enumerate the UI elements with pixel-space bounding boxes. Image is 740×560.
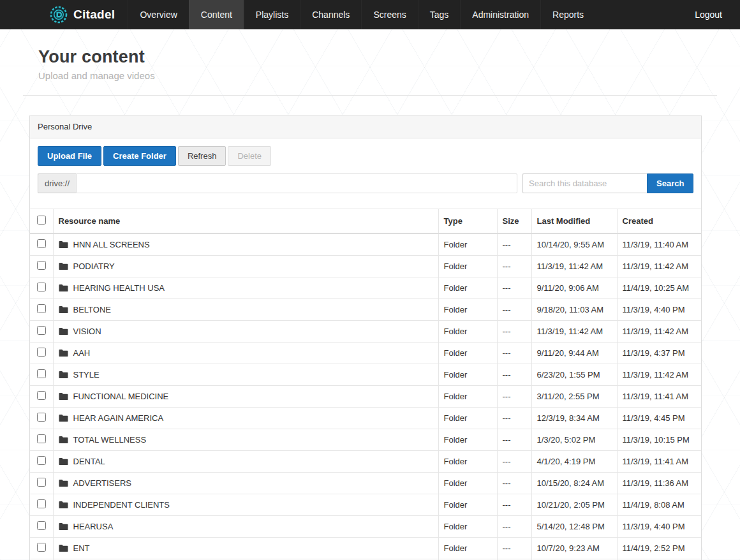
- nav-item-content[interactable]: Content: [189, 0, 244, 29]
- table-header-row: Resource name Type Size Last Modified Cr…: [30, 209, 701, 234]
- delete-button[interactable]: Delete: [228, 146, 271, 166]
- resource-link[interactable]: HEARUSA: [59, 522, 433, 531]
- nav-item-administration[interactable]: Administration: [460, 0, 540, 29]
- resource-link[interactable]: INDEPENDENT CLIENTS: [59, 500, 433, 510]
- resource-name-cell: DENTAL: [53, 451, 438, 473]
- resource-size: ---: [497, 451, 531, 473]
- resource-link[interactable]: BELTONE: [59, 305, 433, 314]
- table-row: HNN ALL SCREENS Folder --- 10/14/20, 9:5…: [30, 233, 701, 256]
- resource-last-modified: 12/3/19, 8:34 AM: [531, 408, 617, 429]
- table-row: BELTONE Folder --- 9/18/20, 11:03 AM 11/…: [30, 299, 701, 321]
- row-checkbox-cell: [30, 364, 53, 386]
- row-checkbox[interactable]: [37, 261, 46, 270]
- citadel-logo-icon: [50, 6, 68, 24]
- resource-size: ---: [497, 516, 531, 538]
- resource-type: Folder: [438, 277, 497, 299]
- resource-link[interactable]: ENT: [59, 543, 433, 553]
- resource-name-cell: PODIATRY: [53, 256, 438, 277]
- resource-link[interactable]: STYLE: [59, 370, 433, 379]
- row-checkbox[interactable]: [37, 499, 46, 508]
- table-row: INDEPENDENT CLIENTS Folder --- 10/21/20,…: [30, 494, 701, 516]
- resource-size: ---: [497, 233, 531, 256]
- row-checkbox[interactable]: [37, 391, 46, 400]
- create-folder-button[interactable]: Create Folder: [103, 146, 176, 166]
- nav-item-overview[interactable]: Overview: [128, 0, 188, 29]
- resource-name: INDEPENDENT CLIENTS: [73, 500, 170, 510]
- resource-size: ---: [497, 299, 531, 321]
- page-title: Your content: [38, 47, 740, 67]
- resource-link[interactable]: ADVERTISERS: [59, 478, 433, 488]
- search-input[interactable]: [522, 173, 647, 193]
- search-button[interactable]: Search: [647, 173, 693, 193]
- path-prefix: drive://: [38, 173, 76, 193]
- row-checkbox[interactable]: [37, 434, 46, 443]
- resource-link[interactable]: FUNCTIONAL MEDICINE: [59, 392, 433, 401]
- row-checkbox[interactable]: [37, 283, 46, 291]
- nav-item-label: Content: [201, 10, 232, 20]
- select-all-cell: [30, 209, 53, 234]
- row-checkbox[interactable]: [37, 348, 46, 357]
- path-input[interactable]: [76, 173, 517, 193]
- select-all-checkbox[interactable]: [37, 216, 46, 225]
- resource-type: Folder: [438, 408, 497, 429]
- resource-created: 11/3/19, 11:42 AM: [617, 256, 701, 277]
- row-checkbox[interactable]: [37, 456, 46, 465]
- nav-item-label: Reports: [552, 10, 584, 20]
- nav-item-label: Tags: [430, 10, 449, 20]
- resource-type: Folder: [438, 429, 497, 451]
- refresh-button[interactable]: Refresh: [178, 146, 226, 166]
- resource-link[interactable]: TOTAL WELLNESS: [59, 435, 433, 445]
- resource-name: HEAR AGAIN AMERICA: [73, 413, 164, 423]
- folder-icon: [59, 414, 68, 422]
- resource-created: 11/3/19, 11:36 AM: [617, 473, 701, 494]
- nav-items: Overview Content Playlists Channels Scre…: [128, 0, 595, 29]
- row-checkbox-cell: [30, 277, 53, 299]
- resource-size: ---: [497, 386, 531, 408]
- panel-title: Personal Drive: [30, 115, 701, 138]
- row-checkbox-cell: [30, 256, 53, 277]
- resource-link[interactable]: HEARING HEALTH USA: [59, 283, 433, 293]
- personal-drive-panel: Personal Drive Upload File Create Folder…: [29, 115, 702, 560]
- nav-item-tags[interactable]: Tags: [418, 0, 461, 29]
- nav-item-logout[interactable]: Logout: [677, 0, 740, 29]
- resource-link[interactable]: VISION: [59, 327, 433, 336]
- upload-file-button[interactable]: Upload File: [38, 146, 101, 166]
- resource-type: Folder: [438, 299, 497, 321]
- row-checkbox[interactable]: [37, 326, 46, 335]
- resource-name: ENT: [73, 543, 90, 553]
- resource-name: DENTAL: [73, 457, 105, 466]
- row-checkbox[interactable]: [37, 478, 46, 487]
- resource-created: 11/3/19, 10:15 PM: [617, 429, 701, 451]
- row-checkbox-cell: [30, 299, 53, 321]
- resource-name: PODIATRY: [73, 262, 115, 271]
- resource-type: Folder: [438, 494, 497, 516]
- row-checkbox[interactable]: [37, 543, 46, 552]
- table-row: TOTAL WELLNESS Folder --- 1/3/20, 5:02 P…: [30, 429, 701, 451]
- row-checkbox[interactable]: [37, 239, 46, 248]
- resource-last-modified: 11/3/19, 11:42 AM: [531, 321, 617, 343]
- folder-icon: [59, 392, 68, 401]
- resource-last-modified: 9/11/20, 9:06 AM: [531, 277, 617, 299]
- nav-item-channels[interactable]: Channels: [300, 0, 361, 29]
- resource-created: 11/3/19, 11:40 AM: [617, 233, 701, 256]
- resource-link[interactable]: AAH: [59, 348, 433, 358]
- row-checkbox-cell: [30, 386, 53, 408]
- resource-created: 11/3/19, 4:40 PM: [617, 516, 701, 538]
- nav-item-screens[interactable]: Screens: [361, 0, 417, 29]
- resource-name: HEARING HEALTH USA: [73, 283, 165, 293]
- row-checkbox[interactable]: [37, 521, 46, 530]
- resource-link[interactable]: DENTAL: [59, 457, 433, 466]
- resource-link[interactable]: HNN ALL SCREENS: [59, 240, 433, 249]
- row-checkbox[interactable]: [37, 413, 46, 422]
- row-checkbox[interactable]: [37, 304, 46, 313]
- row-checkbox[interactable]: [37, 369, 46, 378]
- nav-item-playlists[interactable]: Playlists: [244, 0, 300, 29]
- nav-item-reports[interactable]: Reports: [540, 0, 595, 29]
- brand[interactable]: Citadel: [0, 0, 128, 29]
- folder-icon: [59, 501, 68, 509]
- table-row: HEARUSA Folder --- 5/14/20, 12:48 PM 11/…: [30, 516, 701, 538]
- resource-link[interactable]: PODIATRY: [59, 262, 433, 271]
- resource-link[interactable]: HEAR AGAIN AMERICA: [59, 413, 433, 423]
- resource-name-cell: HEAR AGAIN AMERICA: [53, 408, 438, 429]
- row-checkbox-cell: [30, 321, 53, 343]
